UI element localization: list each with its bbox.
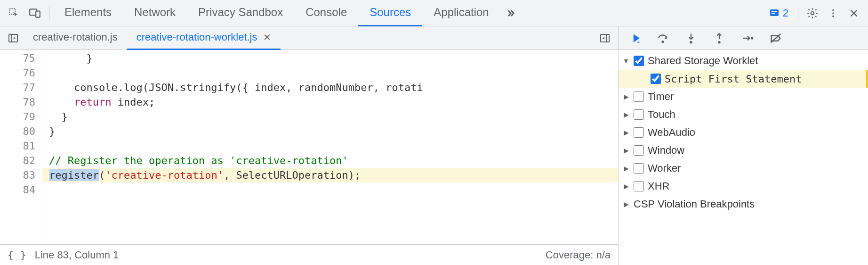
breakpoint-checkbox[interactable] (634, 163, 644, 174)
breakpoint-section-label: CSP Violation Breakpoints (634, 198, 755, 210)
breakpoint-checkbox[interactable] (634, 56, 644, 66)
pretty-print-icon[interactable]: { } (8, 249, 26, 261)
settings-gear-icon[interactable] (802, 3, 823, 24)
chevron-right-icon[interactable]: ▶ (622, 182, 630, 190)
main-tab-console[interactable]: Console (294, 0, 358, 26)
svg-point-9 (832, 15, 834, 17)
svg-point-7 (832, 9, 834, 11)
code-line[interactable]: } (42, 51, 618, 66)
line-number[interactable]: 75 (0, 51, 35, 66)
resume-script-icon[interactable] (621, 28, 648, 49)
svg-point-6 (811, 11, 814, 15)
debugger-toolbar (619, 26, 868, 50)
line-number[interactable]: 77 (0, 80, 35, 95)
main-tab-network[interactable]: Network (123, 0, 187, 26)
svg-rect-4 (772, 11, 777, 12)
line-number[interactable]: 78 (0, 95, 35, 109)
breakpoint-category[interactable]: ▼Shared Storage Worklet (619, 52, 868, 70)
line-number[interactable]: 81 (0, 139, 35, 153)
kebab-menu-icon[interactable] (823, 3, 844, 24)
code-line[interactable]: } (42, 124, 618, 139)
line-number[interactable]: 79 (0, 109, 35, 124)
svg-rect-10 (9, 34, 17, 42)
issues-count: 2 (783, 7, 788, 19)
breakpoint-label: Touch (648, 108, 675, 121)
file-tabs: creative-rotation.jscreative-rotation-wo… (0, 26, 618, 50)
close-devtools-icon[interactable] (844, 3, 864, 24)
breakpoint-category[interactable]: ▶Touch (619, 106, 868, 124)
code-line[interactable] (42, 139, 618, 153)
svg-point-18 (718, 41, 720, 43)
svg-point-20 (751, 37, 753, 39)
svg-rect-3 (770, 9, 779, 16)
line-number[interactable]: 80 (0, 124, 35, 139)
svg-rect-5 (772, 13, 775, 14)
code-line[interactable]: // Register the operation as 'creative-r… (42, 153, 618, 168)
more-tabs-icon[interactable] (500, 3, 521, 24)
chevron-right-icon[interactable]: ▶ (622, 147, 630, 154)
code-line[interactable] (42, 66, 618, 80)
inspect-element-icon[interactable] (4, 3, 24, 24)
breakpoint-checkbox[interactable] (634, 181, 644, 191)
chevron-right-icon[interactable]: ▶ (622, 165, 630, 172)
editor-status-bar: { } Line 83, Column 1 Coverage: n/a (0, 244, 618, 265)
devtools-main-tabs: ElementsNetworkPrivacy SandboxConsoleSou… (0, 0, 868, 26)
svg-point-14 (661, 40, 664, 42)
main-tab-privacy-sandbox[interactable]: Privacy Sandbox (187, 0, 294, 26)
breakpoint-category[interactable]: ▶WebAudio (619, 124, 868, 141)
breakpoint-checkbox[interactable] (634, 127, 644, 138)
chevron-right-icon[interactable]: ▶ (622, 129, 630, 136)
main-tab-sources[interactable]: Sources (358, 0, 422, 26)
breakpoint-label: Script First Statement (665, 73, 802, 85)
chevron-right-icon[interactable]: ▶ (622, 93, 630, 100)
divider (49, 6, 49, 20)
step-out-icon[interactable] (706, 28, 732, 49)
device-toolbar-icon[interactable] (24, 3, 45, 24)
cursor-position: Line 83, Column 1 (35, 249, 119, 261)
step-over-icon[interactable] (650, 28, 676, 49)
close-tab-icon[interactable]: ✕ (263, 32, 271, 43)
step-into-icon[interactable] (678, 28, 704, 49)
breakpoint-checkbox[interactable] (651, 74, 661, 84)
breakpoint-label: Shared Storage Worklet (648, 55, 758, 67)
breakpoint-checkbox[interactable] (634, 109, 644, 120)
line-number[interactable]: 83 (0, 168, 35, 182)
breakpoint-checkbox[interactable] (634, 145, 644, 156)
chevron-right-icon[interactable]: ▶ (622, 111, 630, 118)
code-line[interactable]: return index; (42, 95, 618, 109)
file-tab[interactable]: creative-rotation-worklet.js✕ (127, 26, 281, 50)
breakpoint-child-item[interactable]: ▶Script First Statement (619, 70, 868, 88)
code-editor[interactable]: 75767778798081828384 } console.log(JSON.… (0, 50, 618, 244)
breakpoint-section[interactable]: ▶CSP Violation Breakpoints (619, 195, 868, 213)
chevron-right-icon[interactable]: ▶ (622, 200, 630, 208)
main-tab-elements[interactable]: Elements (53, 0, 123, 26)
line-number[interactable]: 82 (0, 153, 35, 168)
issues-button[interactable]: 2 (763, 7, 794, 19)
breakpoint-label: WebAudio (648, 126, 695, 139)
breakpoint-label: XHR (648, 180, 669, 192)
breakpoint-checkbox[interactable] (634, 91, 644, 102)
code-line[interactable] (42, 182, 618, 197)
main-tab-application[interactable]: Application (422, 0, 500, 26)
breakpoint-category[interactable]: ▶Worker (619, 159, 868, 177)
code-line[interactable]: console.log(JSON.stringify({ index, rand… (42, 80, 618, 95)
deactivate-breakpoints-icon[interactable] (763, 28, 789, 49)
line-number[interactable]: 76 (0, 66, 35, 80)
code-line[interactable]: } (42, 109, 618, 124)
svg-rect-12 (601, 34, 609, 42)
breakpoint-label: Window (648, 144, 684, 157)
coverage-status: Coverage: n/a (546, 249, 611, 261)
chevron-down-icon[interactable]: ▼ (622, 57, 630, 65)
line-number[interactable]: 84 (0, 182, 35, 197)
show-debugger-icon[interactable] (595, 28, 615, 49)
svg-rect-2 (36, 11, 40, 17)
code-line[interactable]: register('creative-rotation', SelectURLO… (42, 168, 618, 182)
breakpoints-panel: ▼Shared Storage Worklet▶Script First Sta… (619, 50, 868, 265)
file-tab[interactable]: creative-rotation.js (24, 26, 127, 50)
breakpoint-category[interactable]: ▶XHR (619, 177, 868, 195)
breakpoint-category[interactable]: ▶Window (619, 141, 868, 159)
svg-point-16 (690, 41, 692, 43)
breakpoint-category[interactable]: ▶Timer (619, 88, 868, 106)
show-navigator-icon[interactable] (3, 28, 24, 49)
step-icon[interactable] (734, 28, 761, 49)
